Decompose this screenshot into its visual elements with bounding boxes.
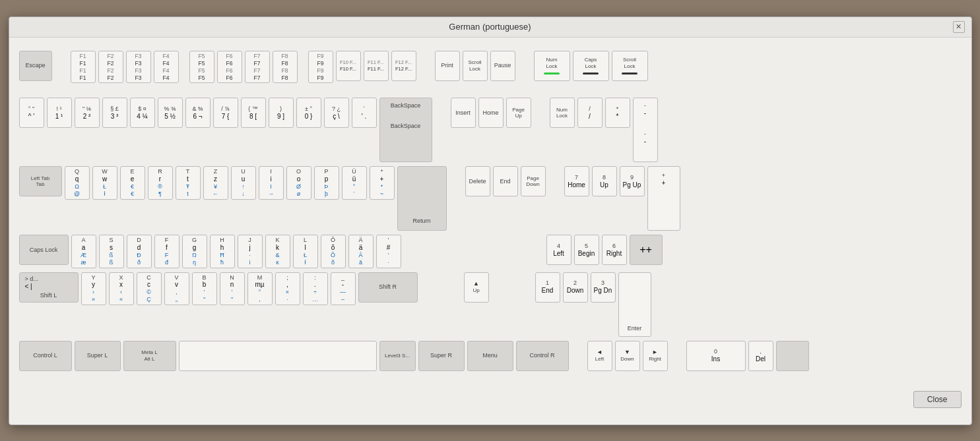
z-key[interactable]: Zz ¥ ← <box>203 166 228 199</box>
0-key[interactable]: ± ° 0 } <box>296 98 321 128</box>
comma-key[interactable]: ;, × · <box>275 272 300 305</box>
left-arrow-key[interactable]: ◄ Left <box>587 341 612 371</box>
numpad-decimal[interactable]: , Del <box>748 341 773 371</box>
super-left-key[interactable]: Super L <box>75 341 121 371</box>
i-key[interactable]: Ii I → <box>259 166 284 199</box>
6-key[interactable]: & ⅝ 6 ¬ <box>185 98 211 128</box>
f2-key[interactable]: F2F2F2F2 <box>98 51 123 84</box>
quote-key[interactable]: Ää Ā ā <box>348 235 374 268</box>
f3-key[interactable]: F3F3F3F3 <box>126 51 151 84</box>
l-key[interactable]: Ll Ł ł <box>293 235 318 268</box>
numpad-plus[interactable]: ++ <box>647 166 680 231</box>
num-lock-indicator[interactable]: Num Lock <box>534 51 570 81</box>
numpad-numlock[interactable]: Num Lock <box>550 98 575 128</box>
3-key[interactable]: § £ 3 ³ <box>102 98 127 128</box>
menu-key[interactable]: Menu <box>467 341 513 371</box>
t-key[interactable]: Tt Ŧ t <box>176 166 201 199</box>
caps-lock-indicator[interactable]: Caps Lock <box>573 51 609 81</box>
numpad-1[interactable]: 1 End <box>535 272 560 303</box>
f11-key[interactable]: F11 F...F11 F... <box>364 51 389 81</box>
print-key[interactable]: Print <box>435 51 460 81</box>
e-key[interactable]: Ee € € <box>120 166 145 199</box>
home-key[interactable]: Home <box>478 98 504 128</box>
numpad-6[interactable]: 6 Right <box>602 235 627 265</box>
down-arrow-key[interactable]: ▼ Down <box>615 341 640 371</box>
open-bracket-key[interactable]: Üü ° ¨ <box>342 166 367 199</box>
shift-left-key[interactable]: > d... < | Shift L <box>19 272 79 303</box>
numpad-8[interactable]: 8 Up <box>592 166 617 196</box>
b-key[interactable]: Bb ' " <box>192 272 217 305</box>
c-key[interactable]: Cc © Ç <box>137 272 162 305</box>
f4-key[interactable]: F4F4F4F4 <box>154 51 179 84</box>
equals-key[interactable]: ` ' . <box>352 98 377 128</box>
control-left-key[interactable]: Control L <box>19 341 72 371</box>
j-key[interactable]: Jj · i <box>238 235 263 268</box>
g-key[interactable]: Gg Ŋ ŋ <box>182 235 207 268</box>
numpad-9[interactable]: 9 Pg Up <box>620 166 645 196</box>
f12-key[interactable]: F12 F...F12 F... <box>391 51 416 81</box>
f5-key[interactable]: F5F5F5F5 <box>189 51 214 84</box>
numpad-asterisk[interactable]: ** <box>605 98 630 128</box>
right-arrow-key[interactable]: ► Right <box>643 341 668 371</box>
level3-shift-key[interactable]: Level3 S... <box>379 341 416 371</box>
end-key[interactable]: End <box>493 166 518 196</box>
n-key[interactable]: Nn ' " <box>220 272 245 305</box>
close-bracket-key[interactable]: *+ * ~ <box>370 166 395 199</box>
backtick-key[interactable]: ° " ^ ' <box>19 98 44 128</box>
f6-key[interactable]: F6F6F6F6 <box>217 51 242 84</box>
numpad-enter[interactable]: Enter <box>618 272 651 337</box>
period-key[interactable]: :. ÷ … <box>303 272 328 305</box>
slash-key[interactable]: _- — – <box>331 272 356 305</box>
control-right-key[interactable]: Control R <box>516 341 569 371</box>
h-key[interactable]: Hh Ħ ħ <box>210 235 235 268</box>
2-key[interactable]: " ⅛ 2 ² <box>75 98 100 128</box>
q-key[interactable]: Qq Ω @ <box>65 166 90 199</box>
f-key[interactable]: Ff F đ <box>154 235 180 268</box>
up-arrow-key[interactable]: ▲ Up <box>464 272 489 303</box>
page-up-key[interactable]: Page Up <box>506 98 531 128</box>
o-key[interactable]: Oo Ø ø <box>286 166 311 199</box>
tab-key[interactable]: Left Tab Tab <box>19 166 62 196</box>
x-key[interactable]: Xx ‹ « <box>109 272 134 305</box>
escape-key[interactable]: Escape <box>19 51 52 81</box>
delete-key[interactable]: Delete <box>465 166 490 196</box>
numpad-4[interactable]: 4 Left <box>546 235 572 265</box>
scroll-lock-key[interactable]: Scroll Lock <box>463 51 488 81</box>
u-key[interactable]: Uu ↑ ↓ <box>231 166 256 199</box>
w-key[interactable]: Ww Ł ł <box>92 166 117 199</box>
9-key[interactable]: ) 9 ] <box>269 98 294 128</box>
shift-right-key[interactable]: Shift R <box>358 272 418 303</box>
s-key[interactable]: Ss ß ß <box>99 235 124 268</box>
close-button[interactable]: Close <box>913 391 962 408</box>
f9-key[interactable]: F9F9F9F9 <box>308 51 333 84</box>
page-down-key[interactable]: Page Down <box>521 166 546 196</box>
r-key[interactable]: Rr ® ¶ <box>148 166 173 199</box>
hash-key[interactable]: '# ' · <box>376 235 401 268</box>
k-key[interactable]: Kk & κ <box>265 235 290 268</box>
numpad-minus[interactable]: -- -- <box>633 98 658 162</box>
numpad-2[interactable]: 2 Down <box>563 272 588 303</box>
super-right-key[interactable]: Super R <box>418 341 465 371</box>
y-key[interactable]: Yy › » <box>81 272 106 305</box>
v-key[interactable]: Vv , „ <box>164 272 189 305</box>
5-key[interactable]: % ⅜ 5 ½ <box>158 98 183 128</box>
minus-key[interactable]: ? ¿ ç \ <box>324 98 349 128</box>
close-x-button[interactable]: ✕ <box>953 21 965 33</box>
insert-key[interactable]: Insert <box>451 98 476 128</box>
f1-key[interactable]: F1F1F1F1 <box>71 51 96 84</box>
pause-key[interactable]: Pause <box>490 51 515 81</box>
7-key[interactable]: / ⅞ 7 { <box>213 98 238 128</box>
numpad-7[interactable]: 7 Home <box>564 166 589 196</box>
d-key[interactable]: Dd Ð ð <box>127 235 152 268</box>
caps-lock-key[interactable]: Caps Lock <box>19 235 69 265</box>
backspace-key[interactable]: BackSpace BackSpace <box>379 98 432 162</box>
semicolon-key[interactable]: Õõ Õ õ <box>321 235 346 268</box>
space-key[interactable] <box>179 341 377 371</box>
numpad-0[interactable]: 0 Ins <box>686 341 746 371</box>
1-key[interactable]: ! ¹ 1 ¹ <box>47 98 72 128</box>
scroll-lock-indicator[interactable]: Scroll Lock <box>612 51 648 81</box>
numpad-slash[interactable]: // <box>577 98 603 128</box>
numpad-5[interactable]: 5 Begin <box>574 235 599 265</box>
p-key[interactable]: Pp Þ þ <box>314 166 339 199</box>
numpad-3[interactable]: 3 Pg Dn <box>591 272 616 303</box>
